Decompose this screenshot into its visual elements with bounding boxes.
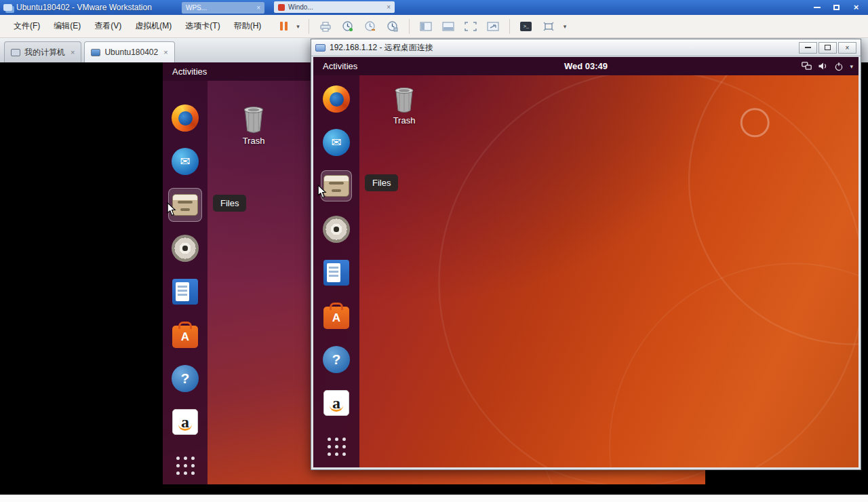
help-icon: ? [172,365,199,392]
activities-button[interactable]: Activities [163,62,216,81]
trash-desktop-icon[interactable]: Trash [383,84,425,125]
send-ctrl-alt-del-button[interactable] [317,18,334,35]
dock-item-rhythmbox[interactable] [321,214,352,245]
taskbar-edge [0,495,868,502]
restore-button[interactable] [827,1,846,14]
vmware-menubar: 文件(F) 编辑(E) 查看(V) 虚拟机(M) 选项卡(T) 帮助(H) ▾ [0,15,868,38]
gnome-top-bar: Activities Wed 03:49 ▾ [313,57,859,75]
fit-dropdown-icon[interactable]: ▾ [562,23,568,30]
dock-item-libreoffice-writer[interactable] [168,275,202,309]
dock-item-rhythmbox[interactable] [168,231,202,265]
dock-item-ubuntu-software[interactable]: A [321,301,352,332]
amazon-icon: a [323,390,349,416]
trash-desktop-icon[interactable]: Trash [230,103,277,146]
help-icon: ? [323,346,350,373]
tab-label: 我的计算机 [24,47,65,58]
close-icon[interactable]: × [387,3,391,11]
maximize-button[interactable] [818,42,837,54]
manage-snapshots-icon [387,20,398,32]
rhythmbox-icon [323,216,350,243]
dock-item-firefox[interactable] [321,83,352,115]
system-tray[interactable]: ▾ [802,57,853,75]
dock-item-thunderbird[interactable]: ✉ [321,127,352,158]
dock-item-amazon[interactable]: a [321,387,352,419]
dock-item-thunderbird[interactable]: ✉ [168,144,202,178]
clock[interactable]: Wed 03:49 [564,61,608,71]
background-tab-label: WPS... [186,4,207,12]
firefox-icon [172,104,199,132]
window-controls: × [807,1,866,14]
trash-icon [392,84,416,114]
menu-view[interactable]: 查看(V) [87,17,128,35]
app-grid-icon [328,438,346,456]
menu-tabs[interactable]: 选项卡(T) [178,17,226,35]
files-tooltip: Files [365,174,398,191]
activities-button[interactable]: Activities [313,57,367,75]
vmware-toolbar: ▾ [277,18,568,35]
show-library-button[interactable] [417,18,435,35]
network-icon [802,62,812,71]
background-window-tab-2[interactable]: Windo... × [274,1,395,13]
minimize-button[interactable] [799,42,817,54]
computer-icon [11,49,20,56]
firefox-icon [323,85,350,113]
chevron-down-icon: ▾ [850,63,853,70]
dock-item-firefox[interactable] [168,101,202,135]
menu-help[interactable]: 帮助(H) [227,17,269,35]
dock-item-libreoffice-writer[interactable] [321,257,352,288]
libreoffice-writer-icon [323,260,349,286]
rdp-window-title: 192.168.1.12 - 远程桌面连接 [330,42,433,54]
dock-item-show-applications[interactable] [321,431,352,462]
panel-bottom-icon [442,22,454,31]
dock-item-ubuntu-software[interactable]: A [168,318,202,352]
rhythmbox-icon [172,235,199,262]
menu-vm[interactable]: 虚拟机(M) [128,17,178,35]
window-title: Ubuntu180402 - VMware Workstation [16,3,152,12]
menu-file[interactable]: 文件(F) [7,17,47,35]
minimize-button[interactable] [807,1,827,14]
rdp-titlebar[interactable]: 192.168.1.12 - 远程桌面连接 × [311,39,861,56]
show-thumbnail-bar-button[interactable] [439,18,457,35]
trash-label: Trash [393,115,416,125]
tab-my-computer[interactable]: 我的计算机 × [4,41,81,62]
fit-guest-button[interactable] [540,18,557,35]
manage-snapshots-button[interactable] [384,18,401,35]
suspend-button[interactable] [277,20,290,33]
files-tooltip: Files [213,195,246,212]
dock-item-amazon[interactable]: a [168,405,202,439]
close-icon[interactable]: × [256,4,260,12]
panel-left-icon [420,22,432,31]
take-snapshot-button[interactable] [339,18,357,35]
trash-label: Trash [243,136,265,146]
gnome-dock: ✉ A ? a [313,75,359,467]
close-icon[interactable]: × [71,48,75,56]
console-icon: >_ [520,22,532,31]
rdp-window[interactable]: 192.168.1.12 - 远程桌面连接 × Activities Wed 0… [311,39,861,470]
device-icon [319,21,332,32]
background-window-tab-1[interactable]: WPS... × [182,2,264,14]
vmware-titlebar: Ubuntu180402 - VMware Workstation WPS...… [0,0,868,15]
background-tab-label: Windo... [288,3,313,11]
menu-edit[interactable]: 编辑(E) [47,17,87,35]
dock-item-help[interactable]: ? [321,344,352,375]
ubuntu-desktop-remote[interactable]: Activities Wed 03:49 ▾ [313,57,859,467]
power-dropdown-icon[interactable]: ▾ [295,23,301,30]
fullscreen-button[interactable] [462,18,479,35]
close-icon[interactable]: × [163,48,167,56]
app-grid-icon [176,457,195,475]
snapshot-clock-icon [342,20,353,32]
unity-icon [487,22,499,31]
close-button[interactable]: × [838,42,856,54]
rdp-window-controls: × [799,42,856,54]
trash-icon [241,103,267,134]
dock-item-show-applications[interactable] [168,448,202,482]
revert-snapshot-button[interactable] [361,18,379,35]
unity-mode-button[interactable] [484,18,502,35]
console-view-button[interactable]: >_ [517,18,535,35]
libreoffice-writer-icon [172,279,198,305]
tab-ubuntu180402[interactable]: Ubuntu180402 × [84,41,174,62]
revert-clock-icon [364,20,376,32]
dock-item-help[interactable]: ? [168,362,202,395]
volume-icon [818,62,828,71]
close-button[interactable]: × [846,1,866,14]
